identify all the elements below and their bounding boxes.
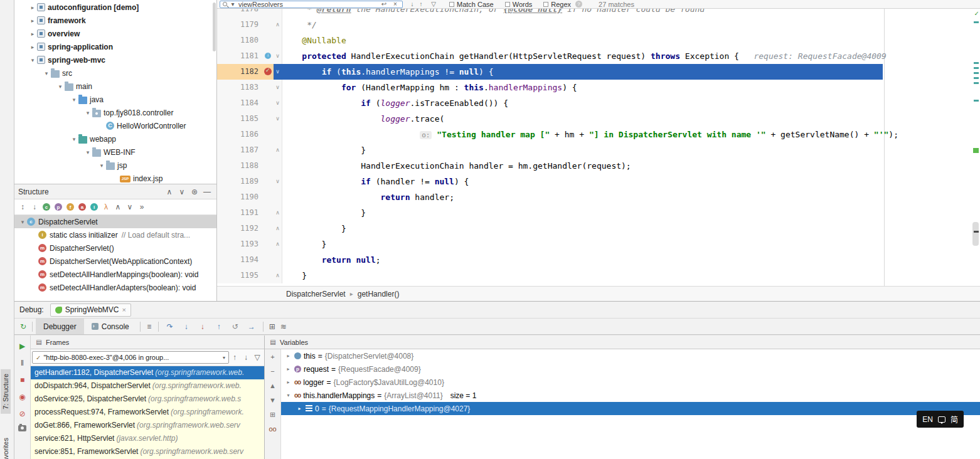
newline-icon[interactable]: ↩ [380,1,388,8]
collapse-all-icon[interactable]: ∨ [176,186,188,198]
stripe-mark[interactable] [974,67,979,69]
breadcrumb-method[interactable]: getHandler() [358,290,400,298]
pause-button[interactable]: ‖ [17,357,28,369]
code-line[interactable]: 1179∧ */ [217,17,971,33]
step-out-icon[interactable]: ↑ [213,321,225,332]
fold-icon[interactable]: ∨ [274,95,282,111]
structure-item[interactable]: mDispatcherServlet() [14,241,216,255]
tree-item[interactable]: CHelloWorldController [14,119,216,132]
code-line[interactable]: 1178 * @return the HandlerExecutionChain… [217,9,971,17]
code-line[interactable]: 1194 return null; [217,252,971,268]
run-configuration-tab[interactable]: SpringWebMVC × [50,303,131,317]
variable-row[interactable]: ▸this={DispatcherServlet@4008} [281,349,980,362]
code-line[interactable]: 1182∨ if (this.handlerMappings != null) … [217,64,971,80]
code-line[interactable]: 1189∨ if (handler != null) { [217,174,971,189]
scrollbar-thumb[interactable] [972,222,979,246]
tree-item[interactable]: ▾java [14,93,216,106]
hide-panel-icon[interactable]: — [201,186,213,198]
stripe-mark[interactable] [974,231,979,233]
line-number[interactable]: 1193 [217,236,262,252]
tab-console[interactable]: Console [84,319,137,334]
frame-row[interactable]: doDispatch:964, DispatcherServlet(org.sp… [31,379,264,393]
tree-item[interactable]: ▾WEB-INF [14,145,216,159]
fold-icon[interactable]: ∧ [274,142,282,158]
line-number[interactable]: 1182 [217,64,262,80]
words-checkbox[interactable] [505,2,510,7]
show-inherited-icon[interactable]: i [90,203,98,211]
error-stripe[interactable]: ✓ [971,9,980,286]
resume-button[interactable]: ▶ [17,340,28,352]
fold-icon[interactable]: ∨ [274,64,282,80]
filter-frames-icon[interactable]: ▽ [252,352,263,363]
show-non-public-icon[interactable]: a [78,203,86,211]
fold-icon[interactable]: ∨ [274,48,282,64]
fold-icon[interactable]: ∧ [274,268,282,283]
variable-row[interactable]: ▸oologger={LogFactory$JavaUtilLog@4010} [281,376,980,389]
toolwindow-button-structure[interactable]: 7: Structure [1,369,11,414]
frame-row[interactable]: service:621, HttpServlet(javax.servlet.h… [31,432,264,445]
chevron-expanded-icon[interactable]: ▾ [56,83,65,90]
code-line[interactable]: 1183∨ for (HandlerMapping hm : this.hand… [217,80,971,95]
chevron-collapsed-icon[interactable]: ▸ [296,406,303,411]
show-properties-icon[interactable]: p [55,203,62,211]
sort-by-visibility-icon[interactable]: ↕ [17,201,28,213]
stop-button[interactable]: ■ [17,374,28,386]
thread-dump-button[interactable] [18,425,26,431]
chevron-expanded-icon[interactable]: ▾ [28,57,37,63]
line-number[interactable]: 1184 [217,95,262,111]
fold-icon[interactable]: ∧ [274,205,282,221]
show-anonymous-classes-icon[interactable]: c [43,203,50,211]
code-line[interactable]: 1184∨ if (logger.isTraceEnabled()) { [217,95,971,111]
chevron-collapsed-icon[interactable]: ▸ [28,44,37,50]
stripe-mark[interactable] [974,100,979,102]
settings-icon[interactable]: ⊛ [189,186,200,198]
line-number[interactable]: 1185 [217,111,262,127]
stripe-mark[interactable] [973,148,979,153]
drop-frame-icon[interactable]: ↺ [230,321,241,332]
breadcrumb-class[interactable]: DispatcherServlet [286,290,346,298]
frame-row[interactable]: getHandler:1182, DispatcherServlet(org.s… [31,366,264,379]
line-number[interactable]: 1190 [217,189,262,205]
fold-icon[interactable]: ∨ [274,111,282,127]
regex-help-icon[interactable]: ? [575,1,582,8]
tree-item[interactable]: JSPindex.jsp [14,172,216,184]
chevron-collapsed-icon[interactable]: ▸ [285,353,292,359]
tab-debugger[interactable]: Debugger [36,319,84,334]
close-icon[interactable]: × [122,306,126,314]
line-number[interactable]: 1179 [217,17,262,33]
show-fields-icon[interactable]: f [67,203,74,211]
fold-icon[interactable]: ∨ [274,80,282,95]
overridden-method-icon[interactable] [262,48,274,64]
code-line[interactable]: 1185∨ logger.trace( [217,111,971,127]
chevron-expanded-icon[interactable]: ▾ [83,110,92,116]
mute-breakpoints-button[interactable]: ⊘ [17,408,28,419]
search-history-icon[interactable]: ▾ [230,1,236,8]
code-line[interactable]: 1180 @Nullable [217,33,971,48]
code-line[interactable]: 1192∧ } [217,221,971,236]
line-number[interactable]: 1189 [217,174,262,189]
line-number[interactable]: 1188 [217,158,262,174]
chevron-expanded-icon[interactable]: ▾ [97,162,106,169]
next-frame-icon[interactable]: ↓ [240,352,252,363]
chevron-collapsed-icon[interactable]: ▸ [285,379,292,385]
chevron-expanded-icon[interactable]: ▾ [18,219,27,225]
show-lambdas-icon[interactable]: λ [100,201,112,213]
tree-item[interactable]: ▾webapp [14,132,216,145]
match-case-checkbox[interactable] [449,2,454,7]
stripe-mark[interactable] [974,77,979,79]
layout-settings-icon[interactable]: ≡ [144,321,155,332]
structure-item[interactable]: ▾cDispatcherServlet [14,215,216,228]
stream-debugger-icon[interactable]: ≋ [278,321,289,332]
words-toggle[interactable]: Words [505,1,533,8]
fold-icon[interactable]: ∨ [274,174,282,189]
tree-item[interactable]: ▸spring-application [14,40,216,53]
code-editor[interactable]: 1178 * @return the HandlerExecutionChain… [217,9,980,286]
tree-item[interactable]: ▾jsp [14,159,216,172]
chevron-collapsed-icon[interactable]: ▸ [28,4,37,11]
tree-item[interactable]: ▾top.fjy8018.controller [14,106,216,119]
stripe-mark[interactable] [974,82,979,84]
variable-row[interactable]: ▾oothis.handlerMappings={ArrayList@4011}… [281,389,980,402]
collapse-all-icon[interactable]: ∨ [124,201,136,213]
line-number[interactable]: 1178 [217,9,262,17]
frame-row[interactable]: doGet:866, FrameworkServlet(org.springfr… [31,419,264,432]
